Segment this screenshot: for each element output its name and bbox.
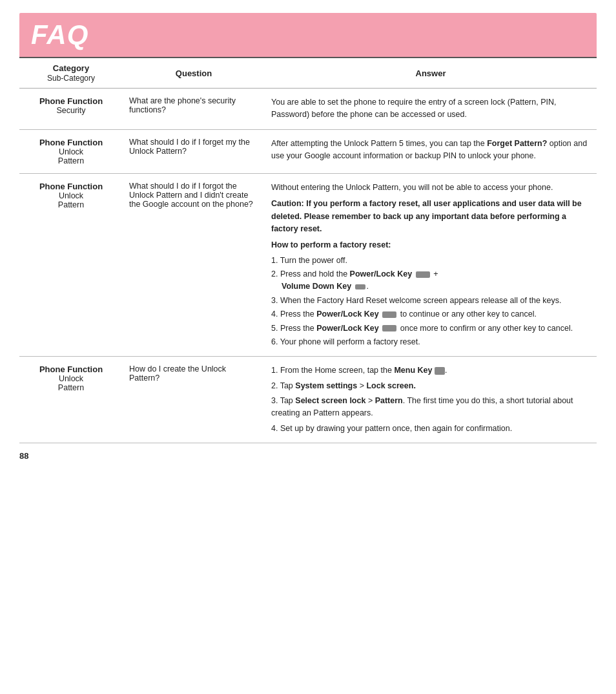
main-category-1: Phone Function <box>26 96 116 106</box>
question-text-1: What are the phone's security functions? <box>129 96 236 114</box>
answer-text-1: You are able to set the phone to require… <box>271 98 556 119</box>
answer-step-3-2: 2. Press and hold the Power/Lock Key + V… <box>271 268 590 293</box>
answer-step-3-4: 4. Press the Power/Lock Key to continue … <box>271 308 590 321</box>
table-row: Phone Function Security What are the pho… <box>19 89 597 130</box>
answer-steps-title-3: How to perform a factory reset: <box>271 239 590 251</box>
category-cell-3: Phone Function Unlock Pattern <box>19 173 123 357</box>
page-title: FAQ <box>31 19 585 50</box>
power-lock-key-icon-1 <box>416 271 430 278</box>
category-cell-1: Phone Function Security <box>19 89 123 130</box>
answer-intro-3: Without entering the Unlock Pattern, you… <box>271 182 590 194</box>
question-cell-4: How do I create the Unlock Pattern? <box>123 357 265 443</box>
sub-category-1: Security <box>26 106 116 115</box>
answer-caution-3: Caution: If you perform a factory reset,… <box>271 198 590 235</box>
question-cell-2: What should I do if I forget my the Unlo… <box>123 129 265 173</box>
faq-table: Category Sub-Category Question Answer Ph… <box>19 57 597 443</box>
table-row: Phone Function Unlock Pattern What shoul… <box>19 173 597 357</box>
answer-step-4-4: 4. Set up by drawing your pattern once, … <box>271 423 590 435</box>
volume-down-key-icon <box>355 284 365 289</box>
answer-text-2: After attempting the Unlock Pattern 5 ti… <box>271 139 587 160</box>
question-text-2: What should I do if I forget my the Unlo… <box>129 138 250 156</box>
answer-step-4-2: 2. Tap System settings > Lock screen. <box>271 380 590 392</box>
sub-category-2: Unlock <box>26 147 116 156</box>
col-category-header: Category Sub-Category <box>19 58 123 89</box>
answer-step-3-1: 1. Turn the power off. <box>271 255 590 267</box>
answer-step-3-5: 5. Press the Power/Lock Key once more to… <box>271 322 590 335</box>
category-cell-4: Phone Function Unlock Pattern <box>19 357 123 443</box>
answer-cell-1: You are able to set the phone to require… <box>265 89 597 130</box>
table-row: Phone Function Unlock Pattern How do I c… <box>19 357 597 443</box>
question-cell-3: What should I do if I forgot the Unlock … <box>123 173 265 357</box>
col-question-header: Question <box>123 58 265 89</box>
answer-cell-2: After attempting the Unlock Pattern 5 ti… <box>265 129 597 173</box>
main-category-2: Phone Function <box>26 138 116 147</box>
table-header-row: Category Sub-Category Question Answer <box>19 58 597 89</box>
answer-step-4-3: 3. Tap Select screen lock > Pattern. The… <box>271 395 590 420</box>
sub-category-4: Unlock <box>26 374 116 383</box>
question-text-4: How do I create the Unlock Pattern? <box>129 364 226 383</box>
sub-category-3b: Pattern <box>26 200 116 209</box>
power-lock-key-icon-2 <box>382 311 396 318</box>
answer-step-3-6: 6. Your phone will perform a factory res… <box>271 336 590 348</box>
power-lock-key-icon-3 <box>382 325 396 331</box>
main-category-3: Phone Function <box>26 182 116 191</box>
table-row: Phone Function Unlock Pattern What shoul… <box>19 129 597 173</box>
question-cell-1: What are the phone's security functions? <box>123 89 265 130</box>
category-cell-2: Phone Function Unlock Pattern <box>19 129 123 173</box>
faq-header: FAQ <box>19 13 597 57</box>
page: FAQ Category Sub-Category Question Answe… <box>0 0 616 480</box>
menu-key-icon <box>435 367 445 375</box>
col-answer-header: Answer <box>265 58 597 89</box>
answer-step-4-1: 1. From the Home screen, tap the Menu Ke… <box>271 364 590 377</box>
sub-category-2b: Pattern <box>26 156 116 165</box>
sub-category-3: Unlock <box>26 191 116 200</box>
answer-step-3-3: 3. When the Factory Hard Reset welcome s… <box>271 295 590 307</box>
main-category-4: Phone Function <box>26 364 116 374</box>
answer-cell-3: Without entering the Unlock Pattern, you… <box>265 173 597 357</box>
sub-category-4b: Pattern <box>26 383 116 392</box>
question-text-3: What should I do if I forgot the Unlock … <box>129 182 253 209</box>
answer-cell-4: 1. From the Home screen, tap the Menu Ke… <box>265 357 597 443</box>
page-number: 88 <box>19 451 597 461</box>
